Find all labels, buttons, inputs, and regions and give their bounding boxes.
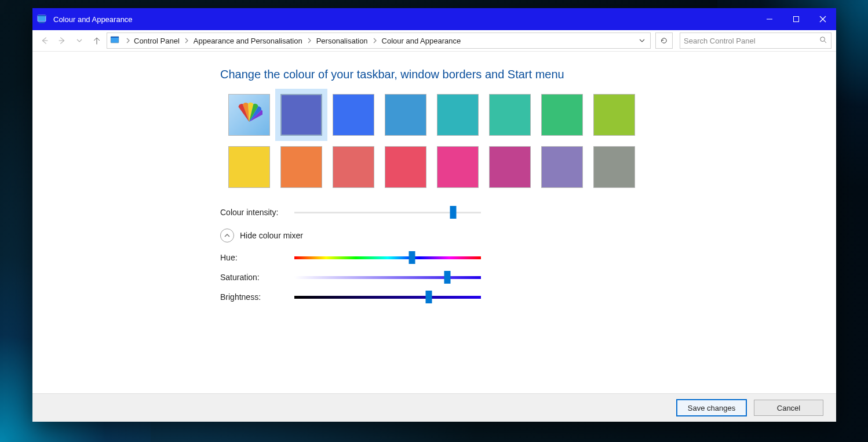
brightness-slider-row: Brightness: (220, 292, 836, 302)
color-swatch-teal[interactable] (437, 94, 479, 136)
saturation-slider[interactable] (294, 276, 481, 279)
svg-rect-1 (38, 15, 46, 16)
search-placeholder: Search Control Panel (684, 37, 819, 45)
titlebar[interactable]: Colour and Appearance (32, 8, 836, 30)
breadcrumb-item[interactable]: Personalisation (314, 35, 370, 46)
back-button[interactable] (37, 33, 52, 48)
intensity-slider-row: Colour intensity: (220, 208, 836, 217)
colour-mixer-toggle[interactable]: Hide colour mixer (220, 229, 836, 242)
color-swatch-orange[interactable] (280, 146, 322, 188)
color-swatch-grid (228, 94, 836, 188)
color-swatch-royal-blue[interactable] (333, 94, 374, 136)
saturation-slider-row: Saturation: (220, 273, 836, 282)
color-swatch-magenta[interactable] (489, 146, 531, 188)
color-swatch-sea-green[interactable] (489, 94, 531, 136)
intensity-label: Colour intensity: (220, 208, 294, 217)
app-icon (37, 14, 48, 24)
hue-slider[interactable] (294, 256, 481, 259)
hue-thumb[interactable] (409, 251, 415, 264)
breadcrumb-item[interactable]: Appearance and Personalisation (191, 35, 305, 46)
saturation-label: Saturation: (220, 273, 294, 282)
intensity-slider[interactable] (294, 212, 481, 213)
color-swatch-blue[interactable] (280, 94, 322, 136)
color-swatch-custom[interactable] (228, 94, 270, 136)
color-swatch-pink[interactable] (437, 146, 479, 188)
svg-rect-2 (39, 22, 45, 23)
cancel-button[interactable]: Cancel (754, 400, 823, 416)
color-swatch-salmon[interactable] (333, 146, 374, 188)
saturation-thumb[interactable] (444, 271, 451, 284)
mixer-toggle-label: Hide colour mixer (240, 231, 303, 240)
color-swatch-lime[interactable] (593, 94, 635, 136)
chevron-right-icon[interactable] (306, 38, 313, 44)
brightness-slider[interactable] (294, 296, 481, 299)
window-title: Colour and Appearance (53, 15, 756, 24)
location-icon (110, 35, 121, 46)
chevron-right-icon[interactable] (125, 38, 132, 44)
forward-button[interactable] (54, 33, 70, 48)
color-swatch-gray[interactable] (593, 146, 635, 188)
color-swatch-red[interactable] (385, 146, 426, 188)
address-bar: Control PanelAppearance and Personalisat… (32, 30, 836, 52)
color-swatch-yellow[interactable] (228, 146, 270, 188)
recent-locations-button[interactable] (72, 33, 87, 48)
svg-rect-10 (111, 37, 119, 38)
search-icon (819, 36, 827, 46)
window: Colour and Appearance (32, 8, 836, 422)
footer: Save changes Cancel (32, 393, 836, 422)
chevron-right-icon[interactable] (183, 38, 190, 44)
svg-point-11 (820, 37, 825, 41)
maximize-button[interactable] (783, 8, 809, 30)
address-dropdown-button[interactable] (635, 34, 649, 48)
breadcrumb-item[interactable]: Colour and Appearance (380, 35, 464, 46)
chevron-up-icon (220, 229, 234, 242)
page-heading: Change the colour of your taskbar, windo… (220, 68, 836, 81)
up-button[interactable] (89, 33, 104, 48)
svg-line-12 (825, 41, 826, 42)
brightness-label: Brightness: (220, 292, 294, 302)
desktop-background: Colour and Appearance (0, 0, 868, 442)
color-swatch-sky-blue[interactable] (385, 94, 426, 136)
refresh-button[interactable] (655, 32, 673, 49)
minimize-button[interactable] (756, 8, 783, 30)
close-button[interactable] (809, 8, 836, 30)
hue-label: Hue: (220, 253, 294, 262)
brightness-thumb[interactable] (425, 291, 432, 303)
save-button[interactable]: Save changes (676, 399, 747, 416)
breadcrumb-bar[interactable]: Control PanelAppearance and Personalisat… (107, 32, 651, 49)
chevron-right-icon[interactable] (371, 38, 378, 44)
content-area: Change the colour of your taskbar, windo… (32, 52, 836, 393)
color-swatch-purple[interactable] (541, 146, 583, 188)
intensity-thumb[interactable] (450, 206, 456, 219)
breadcrumb-item[interactable]: Control Panel (132, 35, 182, 46)
search-input[interactable]: Search Control Panel (680, 32, 831, 49)
color-swatch-green[interactable] (541, 94, 583, 136)
svg-rect-4 (794, 17, 799, 22)
hue-slider-row: Hue: (220, 253, 836, 262)
